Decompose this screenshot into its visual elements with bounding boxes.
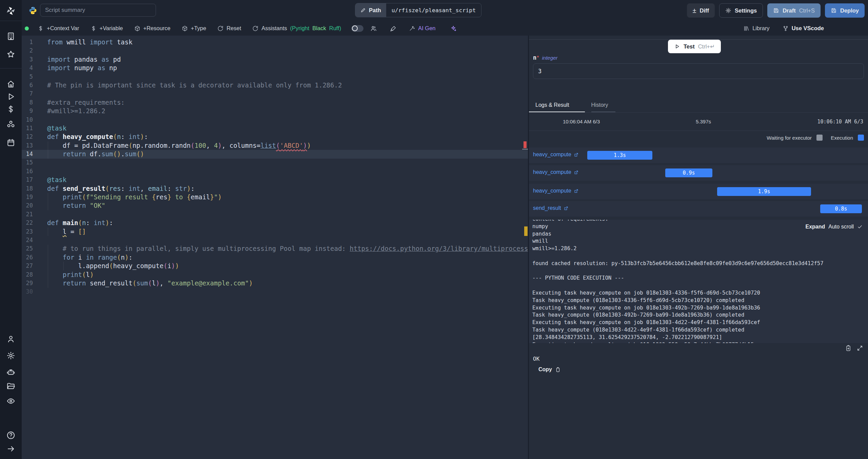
code-line[interactable]: 9#wmill>=1.286.2 [22,107,528,115]
assistants-button[interactable]: Assistants (Pyright Black Ruff) [252,25,341,32]
workspace-building-icon[interactable] [6,32,15,41]
tab-history[interactable]: History [591,100,616,112]
code-line[interactable]: 2 [22,46,528,55]
script-summary-input[interactable] [40,4,156,17]
schedules-calendar-icon[interactable] [6,138,15,147]
code-line[interactable]: 7 [22,89,528,98]
timeline-row: heavy_compute1.3s [529,147,868,163]
code-line[interactable]: 20 return "OK" [22,201,528,210]
task-job-link[interactable]: heavy_compute [533,188,579,194]
line-number: 7 [22,89,33,98]
path-edit-button[interactable]: Path [355,3,386,17]
folders-icon[interactable] [6,382,15,391]
code-line[interactable]: 5 [22,73,528,81]
external-link-icon [574,188,579,194]
use-vscode-button[interactable]: Use VScode [783,25,824,32]
code-line[interactable]: 22def main(n: int): [22,219,528,227]
log-output[interactable]: content of requirements:numpypandaswmill… [529,220,868,343]
test-button[interactable]: Test Ctrl+↵ [668,40,721,53]
copy-logs-icon[interactable] [845,345,852,352]
code-line[interactable]: 19 print(f"Sending result {res} to {emai… [22,193,528,201]
fullscreen-result-icon[interactable] [856,345,863,352]
code-line[interactable]: 15 [22,158,528,167]
format-brush-icon[interactable] [390,25,397,32]
help-icon[interactable] [6,431,15,440]
task-job-link[interactable]: send_result [533,205,569,211]
library-button[interactable]: Library [743,25,769,32]
code-line[interactable]: 8#extra_requirements: [22,98,528,107]
code-line[interactable]: 13 df = pd.DataFrame(np.random.randn(100… [22,141,528,150]
diff-label: Diff [700,7,709,14]
audit-logs-eye-icon[interactable] [6,397,15,405]
diff-mode-toggle[interactable] [351,25,363,32]
workspace-settings-gear-icon[interactable] [6,351,15,360]
resources-cubes-icon[interactable] [6,120,15,129]
favorites-star-icon[interactable] [6,50,15,59]
task-job-link[interactable]: heavy_compute [533,169,579,175]
copy-result-button[interactable]: Copy [536,366,563,373]
ai-sparkles-icon[interactable] [450,25,457,32]
code-line[interactable]: 24 [22,236,528,244]
error-marker [524,141,527,148]
code-line[interactable]: 26 for i in range(n): [22,253,528,262]
code-line[interactable]: 3import pandas as pd [22,55,528,64]
add-variable-button[interactable]: +Variable [91,25,123,32]
diff-button[interactable]: ± Diff [687,3,715,18]
code-line[interactable]: 21 [22,210,528,219]
variables-dollar-icon[interactable] [6,105,15,114]
add-resource-button[interactable]: +Resource [134,25,171,32]
add-type-button[interactable]: +Type [182,25,206,32]
deploy-button[interactable]: Deploy [825,3,865,18]
code-line[interactable]: 25 # to run things in parallel, simply u… [22,244,528,253]
windmill-logo-icon[interactable] [6,6,16,16]
code-line[interactable]: 27 l.append(heavy_compute(i)) [22,262,528,270]
task-job-link[interactable]: heavy_compute [533,152,579,158]
log-line [529,253,868,260]
expand-logs-button[interactable]: Expand [806,224,825,230]
code-line[interactable]: 11@task [22,124,528,133]
code-line[interactable]: 10 [22,116,528,124]
collaborators-icon[interactable] [370,25,377,32]
expand-sidebar-arrow-icon[interactable] [6,444,15,453]
required-asterisk: * [537,55,539,61]
line-number: 29 [22,279,33,287]
code-line[interactable]: 16 [22,167,528,176]
code-line[interactable]: 28 print(l) [22,271,528,279]
code-line[interactable]: 14 return df.sum().sum() [22,150,528,158]
external-link-icon [564,206,569,211]
end-time: 10:06:10 AM 6/3 [817,119,863,125]
tab-logs-result[interactable]: Logs & Result [529,100,585,112]
arg-n-input[interactable] [533,63,864,79]
home-icon[interactable] [6,80,15,88]
code-line[interactable]: 6# The pin is important since task is a … [22,81,528,89]
draft-button[interactable]: Draft Ctrl+S [767,3,821,18]
log-line: Task heavy_compute (018e1303-4d22-4e9f-4… [529,326,868,334]
code-line[interactable]: 17@task [22,176,528,184]
code-line[interactable]: 4import numpy as np [22,64,528,72]
line-number: 12 [22,133,33,141]
code-line[interactable]: 12def heavy_compute(n: int): [22,133,528,141]
external-link-icon [574,170,579,175]
settings-button[interactable]: Settings [719,3,763,18]
code-line[interactable]: 30 [22,287,528,296]
external-link-icon [574,152,579,157]
clipboard-icon [555,367,561,373]
line-number: 30 [22,287,33,296]
language-status-dot [25,26,29,31]
code-editor[interactable]: 1from wmill import task23import pandas a… [22,36,528,459]
code-line[interactable]: 29 return send_result(sum(l), "example@e… [22,279,528,287]
code-line[interactable]: 23 l = [] [22,227,528,236]
path-field[interactable]: Path u/rfiszel/pleasant_script [355,3,481,17]
account-user-icon[interactable] [6,335,15,343]
check-icon [857,224,863,230]
autoscroll-toggle[interactable]: Auto scroll [828,224,854,230]
line-number: 14 [22,150,33,158]
code-line[interactable]: 18def send_result(res: int, email: str): [22,184,528,193]
runs-play-icon[interactable] [6,92,15,101]
save-deploy-icon [831,7,837,14]
workers-robot-icon[interactable] [6,368,15,377]
ai-gen-button[interactable]: AI Gen [409,25,435,32]
reset-button[interactable]: Reset [217,25,241,32]
code-line[interactable]: 1from wmill import task [22,38,528,46]
add-context-var-button[interactable]: +Context Var [38,25,79,32]
